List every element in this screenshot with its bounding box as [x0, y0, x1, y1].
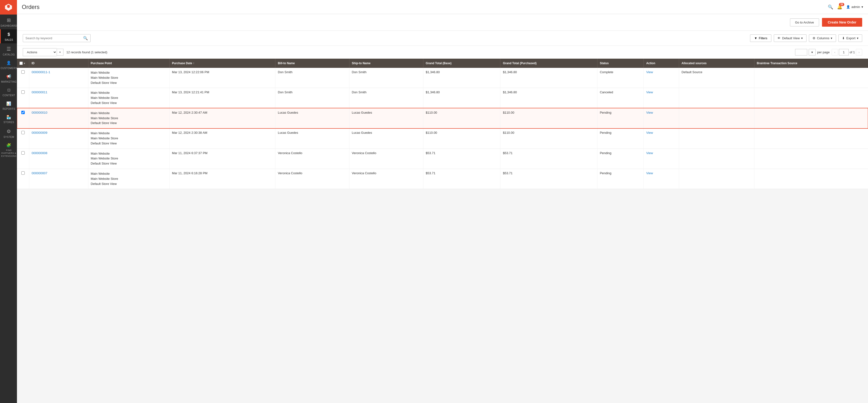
- th-id[interactable]: ID: [29, 59, 88, 68]
- sidebar-item-label: STORES: [4, 121, 14, 124]
- th-braintree[interactable]: Braintree Transaction Source: [754, 59, 868, 68]
- row-status: Complete: [597, 68, 644, 88]
- eye-icon: 👁: [777, 36, 781, 40]
- order-id-link[interactable]: 000000010: [32, 111, 48, 114]
- user-menu[interactable]: 👤 admin ▾: [846, 5, 863, 9]
- search-input[interactable]: [25, 36, 83, 40]
- actions-dropdown[interactable]: Actions: [23, 48, 57, 56]
- columns-button[interactable]: ⚙ Columns ▾: [809, 34, 836, 42]
- table-toolbar: Actions ▾ 12 records found (1 selected) …: [17, 46, 868, 59]
- page-total: of 1: [849, 50, 855, 54]
- select-all-checkbox[interactable]: [20, 62, 23, 65]
- search-icon[interactable]: 🔍: [83, 36, 88, 40]
- export-label: Export: [846, 36, 856, 40]
- sidebar-item-content[interactable]: ⊡ CONTENT: [0, 85, 17, 99]
- sidebar-item-stores[interactable]: 🏪 STORES: [0, 112, 17, 126]
- th-action[interactable]: Action: [644, 59, 679, 68]
- row-allocated-sources: Default Source: [679, 68, 754, 88]
- row-bill-to: Lucas Guedes: [275, 128, 349, 148]
- sidebar-item-label: FIND PARTNERS & EXTENSIONS: [1, 149, 17, 157]
- order-id-link[interactable]: 000000008: [32, 151, 48, 155]
- th-grand-total-purchased[interactable]: Grand Total (Purchased): [500, 59, 597, 68]
- sidebar-item-label: REPORTS: [3, 107, 15, 111]
- actions-select[interactable]: Actions ▾: [23, 48, 63, 56]
- sidebar-item-system[interactable]: ⚙ SYSTEM: [0, 126, 17, 141]
- row-checkbox-cell: [17, 148, 29, 169]
- order-id-link[interactable]: 000000011-1: [32, 70, 51, 74]
- row-bill-to: Don Smith: [275, 68, 349, 88]
- sidebar-item-catalog[interactable]: ☰ CATALOG: [0, 44, 17, 58]
- export-button[interactable]: ⬇ Export ▾: [838, 34, 862, 42]
- row-checkbox-cell: [17, 108, 29, 128]
- archive-button[interactable]: Go to Archive: [790, 19, 819, 26]
- th-bill-to-name[interactable]: Bill-to Name: [275, 59, 349, 68]
- th-allocated-sources[interactable]: Allocated sources: [679, 59, 754, 68]
- notifications-button[interactable]: 🔔 39: [837, 4, 842, 10]
- row-ship-to: Don Smith: [349, 68, 423, 88]
- row-purchase-date: Mar 13, 2024 12:21:41 PM: [169, 88, 275, 108]
- order-id-link[interactable]: 000000007: [32, 171, 48, 175]
- row-grand-total-purchased: $110.00: [500, 108, 597, 128]
- sidebar-item-marketing[interactable]: 📢 MARKETING: [0, 72, 17, 85]
- per-page-select: 20 ▾ per page: [795, 49, 830, 56]
- sidebar-item-sales[interactable]: $ SALES: [0, 29, 17, 44]
- row-checkbox[interactable]: [21, 131, 25, 134]
- view-label: Default View: [782, 36, 800, 40]
- create-order-button[interactable]: Create New Order: [822, 18, 862, 27]
- row-checkbox[interactable]: [21, 111, 25, 114]
- row-braintree: [754, 108, 868, 128]
- row-ship-to: Veronica Costello: [349, 169, 423, 189]
- th-ship-to-name[interactable]: Ship-to Name: [349, 59, 423, 68]
- row-view-link[interactable]: View: [646, 171, 653, 175]
- select-all-caret[interactable]: ▾: [24, 62, 25, 65]
- marketing-icon: 📢: [6, 74, 11, 79]
- th-grand-total-base[interactable]: Grand Total (Base): [423, 59, 500, 68]
- search-box[interactable]: 🔍: [23, 34, 91, 42]
- row-view-link[interactable]: View: [646, 151, 653, 155]
- order-id-link[interactable]: 000000011: [32, 90, 48, 94]
- order-id-link[interactable]: 000000009: [32, 131, 48, 135]
- row-checkbox[interactable]: [21, 151, 25, 154]
- row-purchase-date: Mar 11, 2024 6:16:28 PM: [169, 169, 275, 189]
- toolbar-right: ▼ Filters 👁 Default View ▾ ⚙ Columns ▾ ⬇…: [750, 34, 862, 42]
- row-checkbox[interactable]: [21, 171, 25, 175]
- actions-dropdown-btn[interactable]: ▾: [57, 49, 63, 56]
- sidebar-item-customers[interactable]: 👤 CUSTOMERS: [0, 58, 17, 72]
- row-ship-to: Veronica Costello: [349, 148, 423, 169]
- row-grand-total-purchased: $53.71: [500, 148, 597, 169]
- customers-icon: 👤: [6, 61, 11, 66]
- dashboard-icon: ⊞: [7, 17, 11, 23]
- row-view-link[interactable]: View: [646, 111, 653, 114]
- th-status[interactable]: Status: [597, 59, 644, 68]
- action-bar: Go to Archive Create New Order: [17, 14, 868, 31]
- sidebar-item-partners[interactable]: 🧩 FIND PARTNERS & EXTENSIONS: [0, 141, 17, 160]
- content-icon: ⊡: [7, 88, 11, 93]
- filters-button[interactable]: ▼ Filters: [750, 34, 771, 42]
- prev-page-button[interactable]: ‹: [832, 49, 838, 56]
- next-page-button[interactable]: ›: [856, 49, 862, 56]
- catalog-icon: ☰: [6, 46, 11, 52]
- partners-icon: 🧩: [6, 143, 11, 148]
- search-button[interactable]: 🔍: [828, 4, 833, 10]
- th-purchase-point[interactable]: Purchase Point: [88, 59, 169, 68]
- page-content: Go to Archive Create New Order 🔍 ▼ Filte…: [17, 14, 868, 403]
- table-row: 000000009 Main WebsiteMain Website Store…: [17, 128, 868, 148]
- per-page-dropdown-btn[interactable]: ▾: [809, 49, 816, 56]
- sidebar-item-reports[interactable]: 📊 REPORTS: [0, 99, 17, 112]
- current-page-input[interactable]: [839, 49, 848, 56]
- row-checkbox[interactable]: [21, 90, 25, 94]
- view-select[interactable]: 👁 Default View ▾: [774, 34, 806, 42]
- row-view-link[interactable]: View: [646, 90, 653, 94]
- sidebar-item-dashboard[interactable]: ⊞ DASHBOARD: [0, 15, 17, 29]
- row-action: View: [644, 88, 679, 108]
- user-avatar-icon: 👤: [846, 5, 850, 9]
- row-checkbox[interactable]: [21, 70, 25, 74]
- row-view-link[interactable]: View: [646, 131, 653, 135]
- row-view-link[interactable]: View: [646, 70, 653, 74]
- row-status: Pending: [597, 169, 644, 189]
- orders-table: ▾ ID Purchase Point Purchase Date ↑ Bill…: [17, 59, 868, 189]
- row-ship-to: Lucas Guedes: [349, 108, 423, 128]
- row-allocated-sources: [679, 108, 754, 128]
- per-page-input[interactable]: 20: [795, 49, 807, 56]
- th-purchase-date[interactable]: Purchase Date ↑: [169, 59, 275, 68]
